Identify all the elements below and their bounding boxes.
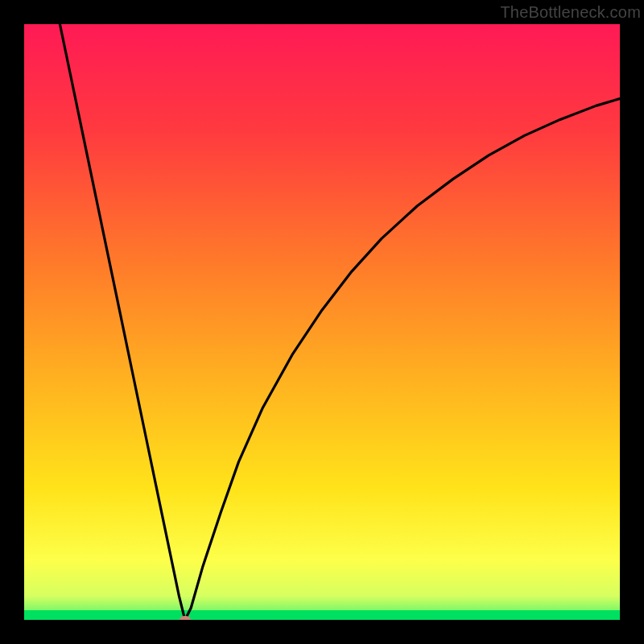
bottleneck-curve-path: [60, 24, 620, 620]
plot-area: [24, 24, 620, 620]
watermark-text: TheBottleneck.com: [500, 3, 641, 22]
min-marker: [180, 616, 191, 620]
curve-svg: [24, 24, 620, 620]
chart-stage: TheBottleneck.com: [0, 0, 644, 644]
